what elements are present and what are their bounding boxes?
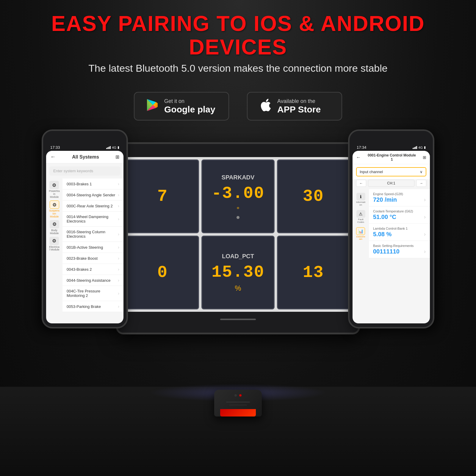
sidebar-info[interactable]: ℹ Information xyxy=(355,192,367,208)
phone-left-battery: ▮ xyxy=(118,145,119,149)
app-store-button[interactable]: Available on the APP Store xyxy=(247,92,342,120)
search-placeholder: Enter system keywords xyxy=(53,169,93,173)
phone-left-time: 17:33 xyxy=(50,145,60,150)
list-item-arrow: › xyxy=(118,203,119,208)
electrical-label: Electrical Module xyxy=(49,246,60,252)
data-item[interactable]: Coolant-Temperature (G62) 51.00 °C › xyxy=(369,206,430,224)
data-item[interactable]: Engine Speed-(G28) 720 /min › xyxy=(369,189,430,206)
list-item-arrow: › xyxy=(118,304,119,309)
ch-prev-button[interactable]: ← xyxy=(356,180,366,187)
data-item-value: 51.00 °C xyxy=(373,214,426,220)
list-item-arrow: › xyxy=(118,291,119,296)
list-item-text: 001B-Active Steering xyxy=(67,245,118,250)
list-item[interactable]: 000C-Rear Axle Steering 2› xyxy=(62,201,123,212)
sidebar-item-suspension[interactable]: ⚙ SuspensionModule xyxy=(49,201,60,218)
list-item[interactable]: 0043-Brakes 2› xyxy=(62,264,123,275)
datastream-label: Datastream xyxy=(356,236,365,241)
info-icon: ℹ xyxy=(356,193,365,201)
system-list: 0003-Brakes 1›0004-Steering Angle Sender… xyxy=(62,178,123,312)
data-item[interactable]: Lambda Control-Bank 1 5.08 % › xyxy=(369,224,430,241)
body-icon: ⚙ xyxy=(50,220,59,228)
list-item[interactable]: 0016-Steering Column Electronics› xyxy=(62,227,123,242)
phone-left-screen: ← All Systems ⊞ Enter system keywords ⚙ … xyxy=(46,151,123,323)
gauge-value: 7 xyxy=(157,187,168,206)
data-item-value: 720 /min xyxy=(373,196,426,203)
sidebar-item-body[interactable]: ⚙ BodyModule xyxy=(50,220,59,235)
data-item[interactable]: Basic Setting-Requirements 00111110 › xyxy=(369,241,430,258)
list-item-arrow: › xyxy=(118,181,119,186)
list-item[interactable]: 0044-Steering Assistance› xyxy=(62,275,123,286)
obd-red-stripe xyxy=(220,409,256,416)
phone-left-search[interactable]: Enter system keywords xyxy=(49,166,120,176)
data-item-value: 00111110 xyxy=(373,248,426,255)
list-item-text: 004C-Tire Pressure Monitoring 2 xyxy=(67,289,118,298)
data-item-label: Lambda Control-Bank 1 xyxy=(373,227,426,230)
gauge-card: 13 xyxy=(277,236,350,309)
phone-left-back[interactable]: ← xyxy=(50,154,56,160)
phone-right-back[interactable]: ← xyxy=(356,155,361,160)
phone-right-notch xyxy=(378,136,405,143)
suspension-label: SuspensionModule xyxy=(49,209,60,218)
right-sidebar: ℹ Information ⚠ FaultCodes 📊 Datastream xyxy=(353,189,369,258)
phone-left-nav: ← All Systems ⊞ xyxy=(46,151,123,163)
fault-icon: ⚠ xyxy=(356,210,365,218)
gauge-label: SPARKADV xyxy=(222,174,255,181)
phone-right-menu[interactable]: ⊞ xyxy=(423,155,426,160)
list-item[interactable]: 001B-Active Steering› xyxy=(62,242,123,253)
gauge-dot xyxy=(237,216,239,219)
list-item-text: 0053-Parking Brake xyxy=(67,304,118,309)
list-item-text: 0016-Steering Column Electronics xyxy=(67,230,118,239)
gauge-card: LOAD_PCT15.30% xyxy=(201,236,274,309)
google-play-text: Get it on Google play xyxy=(164,98,215,115)
info-label: Information xyxy=(356,201,365,206)
phone-left-network: 4G xyxy=(112,146,116,149)
sidebar-item-powertrain[interactable]: ⚙ PowertrainModule xyxy=(49,181,60,199)
list-item-arrow: › xyxy=(118,217,119,221)
list-item[interactable]: 004C-Tire Pressure Monitoring 2› xyxy=(62,286,123,301)
gauge-value: 15.30 xyxy=(212,263,264,282)
phone-left-status-icons: 4G ▮ xyxy=(106,145,119,149)
phone-left-menu[interactable]: ⊞ xyxy=(115,154,119,160)
phone-right-nav-title: 0001-Engine Control Module 1 xyxy=(363,153,420,162)
app-store-large-text: APP Store xyxy=(277,104,321,115)
data-item-label: Engine Speed-(G28) xyxy=(373,192,426,196)
sidebar-fault[interactable]: ⚠ FaultCodes xyxy=(355,209,367,225)
list-item[interactable]: 0053-Parking Brake› xyxy=(62,301,123,312)
gauge-value: 0 xyxy=(157,263,168,282)
input-channel-select[interactable]: Input channel ∨ xyxy=(356,167,426,176)
list-item-arrow: › xyxy=(118,232,119,237)
gauge-unit: % xyxy=(235,284,241,292)
google-play-button[interactable]: Get it on Google play xyxy=(134,92,229,120)
tablet: 7SPARKADV-3.00°300LOAD_PCT15.30%13 xyxy=(116,142,360,334)
data-item-value: 5.08 % xyxy=(373,231,426,238)
apple-icon xyxy=(258,98,273,115)
phone-right-nav: ← 0001-Engine Control Module 1 ⊞ xyxy=(353,151,430,164)
list-item-arrow: › xyxy=(118,278,119,283)
ch-next-button[interactable]: → xyxy=(416,180,426,187)
dropdown-arrow-icon: ∨ xyxy=(420,170,423,174)
data-item-arrow: › xyxy=(424,248,426,255)
data-list: Engine Speed-(G28) 720 /min › Coolant-Te… xyxy=(369,189,430,258)
list-item[interactable]: 0023-Brake Boost› xyxy=(62,253,123,264)
list-item[interactable]: 0014-Wheel Dampening Electronics› xyxy=(62,212,123,227)
sidebar-datastream[interactable]: 📊 Datastream xyxy=(355,226,366,242)
phone-left: 17:33 4G ▮ ← All Systems ⊞ Enter system … xyxy=(42,129,128,328)
devices-section: 17:33 4G ▮ ← All Systems ⊞ Enter system … xyxy=(0,129,476,334)
gauge-card: 30 xyxy=(277,159,350,233)
list-item[interactable]: 0003-Brakes 1› xyxy=(62,178,123,190)
signal-bars xyxy=(106,146,111,149)
list-item[interactable]: 0004-Steering Angle Sender› xyxy=(62,190,123,201)
list-item-arrow: › xyxy=(118,192,119,197)
gauge-unit: ° xyxy=(237,205,239,214)
header: EASY PAIRING TO IOS & ANDROID DEVICES Th… xyxy=(0,0,476,80)
list-item-text: 0003-Brakes 1 xyxy=(67,182,118,186)
obd-body xyxy=(214,390,262,416)
datastream-icon: 📊 xyxy=(356,227,365,235)
list-item-arrow: › xyxy=(118,256,119,261)
google-play-small-text: Get it on xyxy=(164,98,215,104)
suspension-icon: ⚙ xyxy=(50,201,59,209)
sidebar-item-electrical[interactable]: ⚙ Electrical Module xyxy=(49,237,60,252)
obd-device xyxy=(214,390,262,416)
gauge-card: 0 xyxy=(126,236,199,309)
list-item-text: 0023-Brake Boost xyxy=(67,256,118,261)
